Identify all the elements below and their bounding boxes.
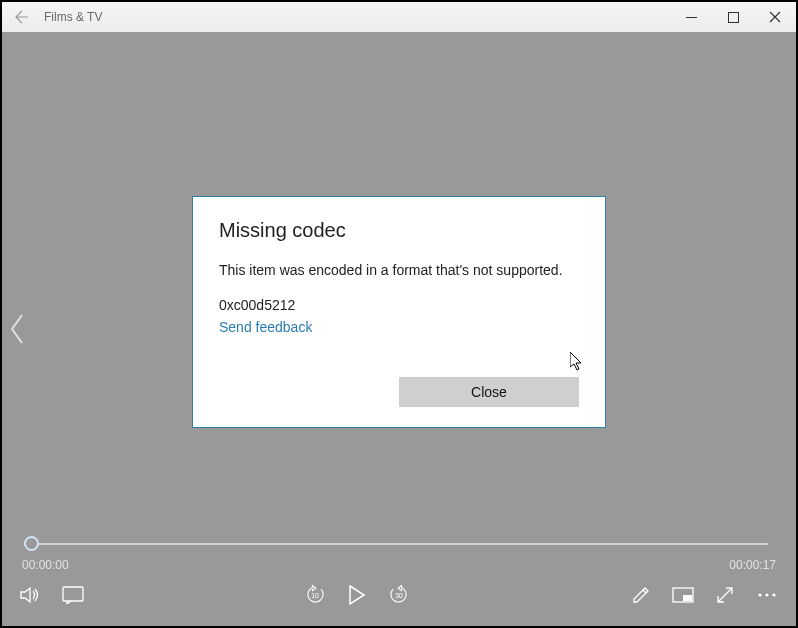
dialog-title: Missing codec [219, 219, 579, 242]
svg-rect-1 [63, 587, 83, 601]
duration-label: 00:00:17 [729, 558, 776, 572]
svg-rect-3 [683, 595, 692, 601]
edit-button[interactable] [630, 584, 652, 606]
seek-track [30, 543, 768, 545]
previous-overlay-button[interactable] [8, 313, 26, 345]
svg-point-4 [758, 593, 761, 596]
video-area: Missing codec This item was encoded in a… [2, 32, 796, 626]
player-controls-area: 00:00:00 00:00:17 [2, 528, 796, 626]
more-options-button[interactable] [756, 584, 778, 606]
seek-handle[interactable] [24, 536, 39, 551]
svg-point-6 [772, 593, 775, 596]
minimize-button[interactable] [670, 2, 712, 32]
dialog-message: This item was encoded in a format that's… [219, 260, 579, 281]
send-feedback-link[interactable]: Send feedback [219, 319, 579, 335]
titlebar-controls [670, 2, 796, 32]
dialog-error-code: 0xc00d5212 [219, 297, 579, 313]
svg-point-5 [765, 593, 768, 596]
skip-back-seconds: 10 [311, 592, 319, 599]
error-dialog: Missing codec This item was encoded in a… [192, 196, 606, 428]
cursor-icon [570, 352, 586, 372]
skip-forward-seconds: 30 [395, 592, 403, 599]
mini-view-button[interactable] [672, 584, 694, 606]
app-title: Films & TV [44, 10, 102, 24]
titlebar: Films & TV [2, 2, 796, 32]
maximize-button[interactable] [712, 2, 754, 32]
skip-forward-button[interactable]: 30 [388, 584, 410, 606]
svg-rect-0 [728, 12, 738, 22]
seek-bar[interactable] [20, 534, 778, 554]
close-window-button[interactable] [754, 2, 796, 32]
back-button[interactable] [12, 7, 32, 27]
dialog-close-button[interactable]: Close [399, 377, 579, 407]
skip-back-button[interactable]: 10 [304, 584, 326, 606]
current-time-label: 00:00:00 [22, 558, 69, 572]
volume-button[interactable] [20, 584, 42, 606]
subtitles-button[interactable] [62, 584, 84, 606]
fullscreen-button[interactable] [714, 584, 736, 606]
play-button[interactable] [346, 584, 368, 606]
